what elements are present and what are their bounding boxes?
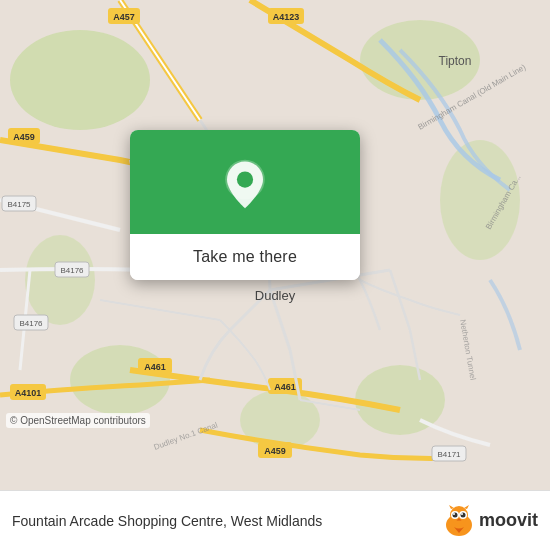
svg-text:B4176: B4176 xyxy=(60,266,84,275)
popup-card: Take me there xyxy=(130,130,360,280)
svg-text:B4171: B4171 xyxy=(437,450,461,459)
svg-text:B4175: B4175 xyxy=(7,200,31,209)
svg-text:A461: A461 xyxy=(274,382,296,392)
svg-point-37 xyxy=(237,172,253,188)
moovit-logo: moovit xyxy=(443,505,538,537)
svg-point-42 xyxy=(452,512,457,517)
svg-text:A461: A461 xyxy=(144,362,166,372)
svg-text:A459: A459 xyxy=(13,132,35,142)
svg-text:A4123: A4123 xyxy=(273,12,300,22)
svg-text:A457: A457 xyxy=(113,12,135,22)
svg-point-44 xyxy=(453,513,455,515)
bottom-bar: Fountain Arcade Shopping Centre, West Mi… xyxy=(0,490,550,550)
moovit-label: moovit xyxy=(479,510,538,531)
svg-text:Dudley: Dudley xyxy=(255,288,296,303)
osm-credit: © OpenStreetMap contributors xyxy=(6,413,150,428)
map-container: Birmingham Canal (Old Main Line) Birming… xyxy=(0,0,550,490)
svg-text:Tipton: Tipton xyxy=(439,54,472,68)
svg-point-4 xyxy=(70,345,170,415)
moovit-icon xyxy=(443,505,475,537)
svg-text:A4101: A4101 xyxy=(15,388,42,398)
svg-point-1 xyxy=(10,30,150,130)
svg-point-43 xyxy=(460,512,465,517)
location-name: Fountain Arcade Shopping Centre, West Mi… xyxy=(12,513,433,529)
svg-point-7 xyxy=(25,235,95,325)
take-me-there-button[interactable]: Take me there xyxy=(130,234,360,280)
svg-text:A459: A459 xyxy=(264,446,286,456)
location-pin-icon xyxy=(218,158,272,212)
svg-text:B4176: B4176 xyxy=(19,319,43,328)
popup-green-area xyxy=(130,130,360,234)
svg-point-45 xyxy=(461,513,463,515)
